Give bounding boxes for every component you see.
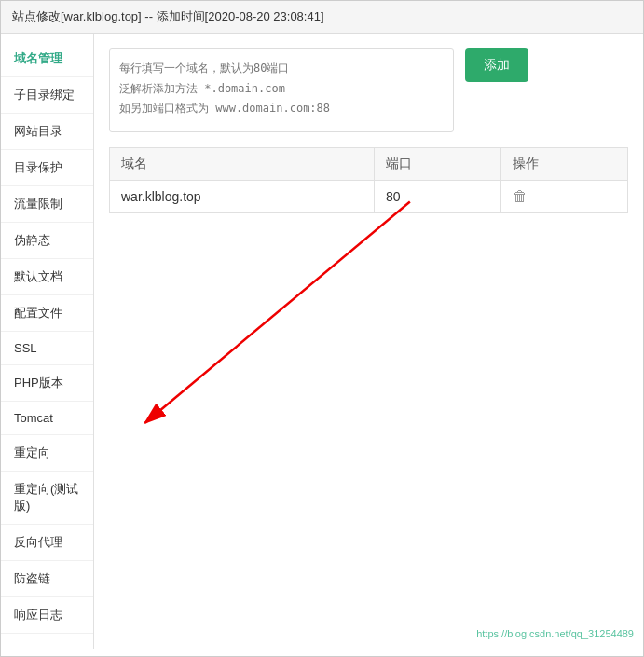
delete-icon[interactable]: 🗑 [513, 188, 528, 204]
sidebar-item-default-doc[interactable]: 默认文档 [1, 259, 93, 295]
watermark: https://blog.csdn.net/qq_31254489 [476, 628, 634, 639]
sidebar: 域名管理子目录绑定网站目录目录保护流量限制伪静态默认文档配置文件SSLPHP版本… [1, 34, 94, 649]
col-port: 端口 [374, 148, 500, 181]
sidebar-item-subdir-bind[interactable]: 子目录绑定 [1, 77, 93, 114]
domain-table: 域名 端口 操作 war.klblog.top 80 🗑 [109, 147, 628, 213]
sidebar-item-php-version[interactable]: PHP版本 [1, 365, 93, 402]
sidebar-item-dir-protect[interactable]: 目录保护 [1, 150, 93, 186]
col-action: 操作 [500, 148, 627, 181]
sidebar-item-domain-mgmt[interactable]: 域名管理 [1, 41, 93, 77]
sidebar-item-hotlink[interactable]: 防盗链 [1, 561, 93, 597]
title-text: 站点修改[war.klblog.top] -- 添加时间[2020-08-20 … [12, 9, 324, 23]
sidebar-item-redirect-test[interactable]: 重定向(测试版) [1, 472, 93, 525]
cell-port: 80 [374, 181, 500, 213]
sidebar-item-ssl[interactable]: SSL [1, 332, 93, 365]
sidebar-item-flow-limit[interactable]: 流量限制 [1, 186, 93, 223]
svg-line-1 [145, 202, 410, 423]
table-header-row: 域名 端口 操作 [110, 148, 628, 181]
cell-domain: war.klblog.top [110, 181, 375, 213]
add-button[interactable]: 添加 [465, 48, 528, 82]
sidebar-item-config-file[interactable]: 配置文件 [1, 295, 93, 332]
sidebar-item-reverse-proxy[interactable]: 反向代理 [1, 525, 93, 561]
sidebar-item-pseudo-static[interactable]: 伪静态 [1, 223, 93, 259]
sidebar-item-tomcat[interactable]: Tomcat [1, 402, 93, 435]
content-area: 添加 域名 端口 操作 war.klblog.top 80 🗑 [94, 34, 643, 649]
domain-input[interactable] [109, 48, 454, 132]
title-bar: 站点修改[war.klblog.top] -- 添加时间[2020-08-20 … [1, 1, 643, 34]
col-domain: 域名 [110, 148, 375, 181]
main-window: 站点修改[war.klblog.top] -- 添加时间[2020-08-20 … [0, 0, 644, 657]
table-row: war.klblog.top 80 🗑 [110, 181, 628, 213]
input-row: 添加 [109, 48, 628, 132]
main-layout: 域名管理子目录绑定网站目录目录保护流量限制伪静态默认文档配置文件SSLPHP版本… [1, 34, 643, 649]
sidebar-item-site-dir[interactable]: 网站目录 [1, 114, 93, 150]
sidebar-item-access-log[interactable]: 响应日志 [1, 597, 93, 634]
cell-action: 🗑 [500, 181, 627, 213]
sidebar-item-redirect[interactable]: 重定向 [1, 435, 93, 472]
